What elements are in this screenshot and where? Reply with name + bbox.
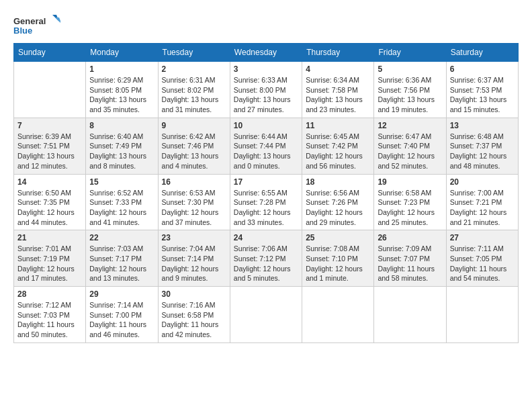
- day-number: 22: [89, 233, 154, 242]
- day-number: 5: [378, 64, 442, 74]
- day-number: 11: [306, 121, 370, 130]
- calendar-table: SundayMondayTuesdayWednesdayThursdayFrid…: [13, 43, 519, 343]
- day-number: 13: [450, 121, 515, 130]
- day-number: 16: [162, 177, 226, 187]
- day-number: 20: [450, 177, 515, 187]
- day-detail: Sunrise: 6:33 AM Sunset: 8:00 PM Dayligh…: [234, 75, 298, 115]
- day-number: 10: [234, 121, 298, 130]
- calendar-week-row: 21Sunrise: 7:01 AM Sunset: 7:19 PM Dayli…: [14, 230, 519, 287]
- calendar-cell: 18Sunrise: 6:56 AM Sunset: 7:26 PM Dayli…: [302, 174, 374, 230]
- calendar-cell: 12Sunrise: 6:47 AM Sunset: 7:40 PM Dayli…: [374, 118, 446, 174]
- calendar-cell: 19Sunrise: 6:58 AM Sunset: 7:23 PM Dayli…: [374, 174, 446, 230]
- day-number: 18: [306, 177, 370, 187]
- svg-text:General: General: [13, 16, 46, 26]
- calendar-header-row: SundayMondayTuesdayWednesdayThursdayFrid…: [14, 44, 519, 62]
- calendar-cell: 6Sunrise: 6:37 AM Sunset: 7:53 PM Daylig…: [446, 62, 518, 118]
- day-number: 1: [89, 64, 154, 74]
- calendar-cell: 2Sunrise: 6:31 AM Sunset: 8:02 PM Daylig…: [158, 62, 230, 118]
- day-detail: Sunrise: 6:53 AM Sunset: 7:30 PM Dayligh…: [162, 188, 226, 228]
- day-detail: Sunrise: 6:39 AM Sunset: 7:51 PM Dayligh…: [17, 132, 82, 171]
- day-number: 21: [17, 233, 82, 242]
- calendar-cell: 30Sunrise: 7:16 AM Sunset: 6:58 PM Dayli…: [158, 287, 230, 343]
- day-number: 23: [162, 233, 226, 242]
- calendar-cell: 14Sunrise: 6:50 AM Sunset: 7:35 PM Dayli…: [14, 174, 86, 230]
- calendar-cell: 23Sunrise: 7:04 AM Sunset: 7:14 PM Dayli…: [158, 230, 230, 287]
- calendar-cell: [230, 287, 302, 343]
- day-number: 3: [234, 64, 298, 74]
- day-number: 17: [234, 177, 298, 187]
- calendar-cell: 28Sunrise: 7:12 AM Sunset: 7:03 PM Dayli…: [14, 287, 86, 343]
- day-number: 9: [162, 121, 226, 130]
- day-detail: Sunrise: 6:31 AM Sunset: 8:02 PM Dayligh…: [162, 75, 226, 115]
- calendar-cell: 22Sunrise: 7:03 AM Sunset: 7:17 PM Dayli…: [86, 230, 158, 287]
- day-detail: Sunrise: 6:48 AM Sunset: 7:37 PM Dayligh…: [450, 132, 515, 171]
- svg-marker-3: [55, 17, 60, 24]
- calendar-cell: 9Sunrise: 6:42 AM Sunset: 7:46 PM Daylig…: [158, 118, 230, 174]
- calendar-cell: 26Sunrise: 7:09 AM Sunset: 7:07 PM Dayli…: [374, 230, 446, 287]
- day-number: 24: [234, 233, 298, 242]
- logo: General Blue: [13, 13, 60, 38]
- day-detail: Sunrise: 6:37 AM Sunset: 7:53 PM Dayligh…: [450, 75, 515, 115]
- day-number: 14: [17, 177, 82, 187]
- day-detail: Sunrise: 6:29 AM Sunset: 8:05 PM Dayligh…: [89, 75, 154, 115]
- day-detail: Sunrise: 7:08 AM Sunset: 7:10 PM Dayligh…: [306, 244, 370, 283]
- day-detail: Sunrise: 7:06 AM Sunset: 7:12 PM Dayligh…: [234, 244, 298, 283]
- day-number: 15: [89, 177, 154, 187]
- calendar-cell: 1Sunrise: 6:29 AM Sunset: 8:05 PM Daylig…: [86, 62, 158, 118]
- day-number: 28: [17, 289, 82, 299]
- calendar-cell: [302, 287, 374, 343]
- day-detail: Sunrise: 6:44 AM Sunset: 7:44 PM Dayligh…: [234, 132, 298, 171]
- day-detail: Sunrise: 6:55 AM Sunset: 7:28 PM Dayligh…: [234, 188, 298, 228]
- day-detail: Sunrise: 7:03 AM Sunset: 7:17 PM Dayligh…: [89, 244, 154, 283]
- day-detail: Sunrise: 6:58 AM Sunset: 7:23 PM Dayligh…: [378, 188, 442, 228]
- calendar-week-row: 28Sunrise: 7:12 AM Sunset: 7:03 PM Dayli…: [14, 287, 519, 343]
- day-number: 30: [162, 289, 226, 299]
- day-detail: Sunrise: 7:12 AM Sunset: 7:03 PM Dayligh…: [17, 300, 82, 340]
- day-detail: Sunrise: 6:40 AM Sunset: 7:49 PM Dayligh…: [89, 132, 154, 171]
- day-detail: Sunrise: 7:00 AM Sunset: 7:21 PM Dayligh…: [450, 188, 515, 228]
- day-number: 6: [450, 64, 515, 74]
- day-number: 2: [162, 64, 226, 74]
- calendar-cell: 13Sunrise: 6:48 AM Sunset: 7:37 PM Dayli…: [446, 118, 518, 174]
- day-detail: Sunrise: 7:01 AM Sunset: 7:19 PM Dayligh…: [17, 244, 82, 283]
- calendar-cell: [446, 287, 518, 343]
- day-number: 27: [450, 233, 515, 242]
- calendar-header-tuesday: Tuesday: [158, 44, 230, 62]
- page-header: General Blue: [13, 13, 519, 38]
- calendar-cell: 29Sunrise: 7:14 AM Sunset: 7:00 PM Dayli…: [86, 287, 158, 343]
- calendar-cell: 25Sunrise: 7:08 AM Sunset: 7:10 PM Dayli…: [302, 230, 374, 287]
- day-number: 12: [378, 121, 442, 130]
- day-number: 8: [89, 121, 154, 130]
- day-detail: Sunrise: 6:50 AM Sunset: 7:35 PM Dayligh…: [17, 188, 82, 228]
- svg-text:Blue: Blue: [13, 26, 32, 36]
- calendar-header-monday: Monday: [86, 44, 158, 62]
- calendar-header-friday: Friday: [374, 44, 446, 62]
- calendar-cell: 16Sunrise: 6:53 AM Sunset: 7:30 PM Dayli…: [158, 174, 230, 230]
- calendar-cell: [374, 287, 446, 343]
- calendar-week-row: 14Sunrise: 6:50 AM Sunset: 7:35 PM Dayli…: [14, 174, 519, 230]
- calendar-cell: 27Sunrise: 7:11 AM Sunset: 7:05 PM Dayli…: [446, 230, 518, 287]
- calendar-cell: 17Sunrise: 6:55 AM Sunset: 7:28 PM Dayli…: [230, 174, 302, 230]
- day-number: 19: [378, 177, 442, 187]
- calendar-header-sunday: Sunday: [14, 44, 86, 62]
- day-detail: Sunrise: 6:45 AM Sunset: 7:42 PM Dayligh…: [306, 132, 370, 171]
- calendar-header-thursday: Thursday: [302, 44, 374, 62]
- calendar-cell: 3Sunrise: 6:33 AM Sunset: 8:00 PM Daylig…: [230, 62, 302, 118]
- calendar-cell: 8Sunrise: 6:40 AM Sunset: 7:49 PM Daylig…: [86, 118, 158, 174]
- day-detail: Sunrise: 6:56 AM Sunset: 7:26 PM Dayligh…: [306, 188, 370, 228]
- day-number: 29: [89, 289, 154, 299]
- day-detail: Sunrise: 7:09 AM Sunset: 7:07 PM Dayligh…: [378, 244, 442, 283]
- day-number: 26: [378, 233, 442, 242]
- calendar-week-row: 1Sunrise: 6:29 AM Sunset: 8:05 PM Daylig…: [14, 62, 519, 118]
- calendar-cell: 7Sunrise: 6:39 AM Sunset: 7:51 PM Daylig…: [14, 118, 86, 174]
- day-detail: Sunrise: 6:34 AM Sunset: 7:58 PM Dayligh…: [306, 75, 370, 115]
- calendar-header-saturday: Saturday: [446, 44, 518, 62]
- day-number: 25: [306, 233, 370, 242]
- calendar-cell: 10Sunrise: 6:44 AM Sunset: 7:44 PM Dayli…: [230, 118, 302, 174]
- logo-svg: General Blue: [13, 13, 60, 38]
- calendar-cell: [14, 62, 86, 118]
- day-detail: Sunrise: 7:11 AM Sunset: 7:05 PM Dayligh…: [450, 244, 515, 283]
- calendar-cell: 5Sunrise: 6:36 AM Sunset: 7:56 PM Daylig…: [374, 62, 446, 118]
- day-number: 7: [17, 121, 82, 130]
- calendar-cell: 21Sunrise: 7:01 AM Sunset: 7:19 PM Dayli…: [14, 230, 86, 287]
